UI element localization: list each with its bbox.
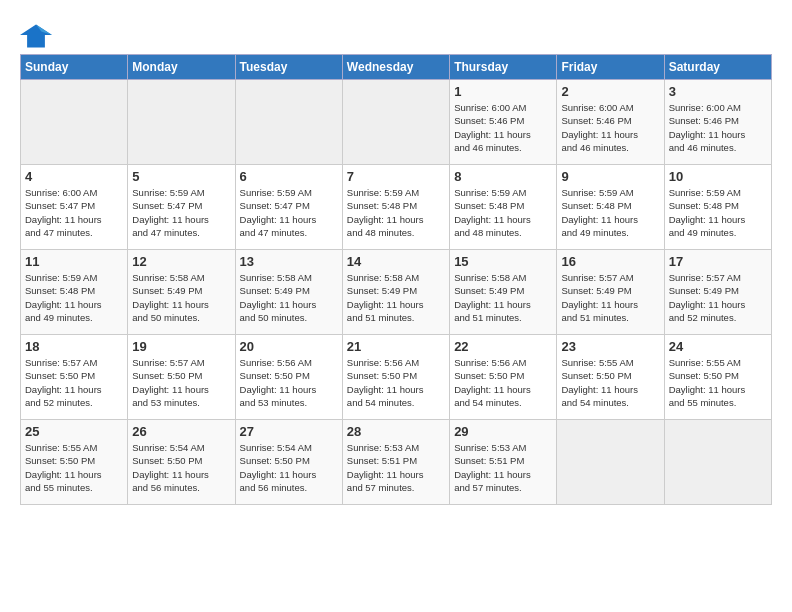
day-info: Sunrise: 5:58 AM Sunset: 5:49 PM Dayligh… xyxy=(347,271,445,324)
week-row-2: 11Sunrise: 5:59 AM Sunset: 5:48 PM Dayli… xyxy=(21,250,772,335)
calendar-table: SundayMondayTuesdayWednesdayThursdayFrid… xyxy=(20,54,772,505)
day-number: 12 xyxy=(132,254,230,269)
week-row-1: 4Sunrise: 6:00 AM Sunset: 5:47 PM Daylig… xyxy=(21,165,772,250)
day-cell: 13Sunrise: 5:58 AM Sunset: 5:49 PM Dayli… xyxy=(235,250,342,335)
day-number: 24 xyxy=(669,339,767,354)
day-cell: 3Sunrise: 6:00 AM Sunset: 5:46 PM Daylig… xyxy=(664,80,771,165)
day-number: 18 xyxy=(25,339,123,354)
day-cell: 18Sunrise: 5:57 AM Sunset: 5:50 PM Dayli… xyxy=(21,335,128,420)
day-cell: 23Sunrise: 5:55 AM Sunset: 5:50 PM Dayli… xyxy=(557,335,664,420)
day-number: 26 xyxy=(132,424,230,439)
day-info: Sunrise: 5:59 AM Sunset: 5:48 PM Dayligh… xyxy=(347,186,445,239)
header-cell-saturday: Saturday xyxy=(664,55,771,80)
day-number: 5 xyxy=(132,169,230,184)
day-cell: 16Sunrise: 5:57 AM Sunset: 5:49 PM Dayli… xyxy=(557,250,664,335)
day-info: Sunrise: 5:57 AM Sunset: 5:50 PM Dayligh… xyxy=(132,356,230,409)
day-number: 15 xyxy=(454,254,552,269)
day-number: 4 xyxy=(25,169,123,184)
day-info: Sunrise: 5:55 AM Sunset: 5:50 PM Dayligh… xyxy=(25,441,123,494)
day-number: 9 xyxy=(561,169,659,184)
day-number: 28 xyxy=(347,424,445,439)
day-number: 25 xyxy=(25,424,123,439)
day-cell xyxy=(21,80,128,165)
day-info: Sunrise: 5:59 AM Sunset: 5:47 PM Dayligh… xyxy=(132,186,230,239)
day-info: Sunrise: 6:00 AM Sunset: 5:46 PM Dayligh… xyxy=(454,101,552,154)
day-number: 22 xyxy=(454,339,552,354)
day-info: Sunrise: 5:59 AM Sunset: 5:47 PM Dayligh… xyxy=(240,186,338,239)
day-cell: 4Sunrise: 6:00 AM Sunset: 5:47 PM Daylig… xyxy=(21,165,128,250)
day-cell xyxy=(342,80,449,165)
day-cell: 15Sunrise: 5:58 AM Sunset: 5:49 PM Dayli… xyxy=(450,250,557,335)
day-number: 10 xyxy=(669,169,767,184)
day-cell: 5Sunrise: 5:59 AM Sunset: 5:47 PM Daylig… xyxy=(128,165,235,250)
day-info: Sunrise: 5:53 AM Sunset: 5:51 PM Dayligh… xyxy=(347,441,445,494)
day-info: Sunrise: 6:00 AM Sunset: 5:46 PM Dayligh… xyxy=(669,101,767,154)
day-number: 7 xyxy=(347,169,445,184)
day-info: Sunrise: 5:59 AM Sunset: 5:48 PM Dayligh… xyxy=(454,186,552,239)
day-info: Sunrise: 5:58 AM Sunset: 5:49 PM Dayligh… xyxy=(240,271,338,324)
day-info: Sunrise: 5:57 AM Sunset: 5:50 PM Dayligh… xyxy=(25,356,123,409)
day-info: Sunrise: 5:59 AM Sunset: 5:48 PM Dayligh… xyxy=(25,271,123,324)
header-cell-friday: Friday xyxy=(557,55,664,80)
day-cell: 9Sunrise: 5:59 AM Sunset: 5:48 PM Daylig… xyxy=(557,165,664,250)
day-cell: 12Sunrise: 5:58 AM Sunset: 5:49 PM Dayli… xyxy=(128,250,235,335)
day-info: Sunrise: 5:56 AM Sunset: 5:50 PM Dayligh… xyxy=(240,356,338,409)
day-info: Sunrise: 5:53 AM Sunset: 5:51 PM Dayligh… xyxy=(454,441,552,494)
day-number: 8 xyxy=(454,169,552,184)
calendar-header: SundayMondayTuesdayWednesdayThursdayFrid… xyxy=(21,55,772,80)
day-cell: 21Sunrise: 5:56 AM Sunset: 5:50 PM Dayli… xyxy=(342,335,449,420)
header-cell-sunday: Sunday xyxy=(21,55,128,80)
day-number: 16 xyxy=(561,254,659,269)
day-number: 1 xyxy=(454,84,552,99)
day-info: Sunrise: 5:57 AM Sunset: 5:49 PM Dayligh… xyxy=(669,271,767,324)
day-cell: 8Sunrise: 5:59 AM Sunset: 5:48 PM Daylig… xyxy=(450,165,557,250)
day-cell: 14Sunrise: 5:58 AM Sunset: 5:49 PM Dayli… xyxy=(342,250,449,335)
day-cell: 19Sunrise: 5:57 AM Sunset: 5:50 PM Dayli… xyxy=(128,335,235,420)
day-cell: 28Sunrise: 5:53 AM Sunset: 5:51 PM Dayli… xyxy=(342,420,449,505)
calendar-body: 1Sunrise: 6:00 AM Sunset: 5:46 PM Daylig… xyxy=(21,80,772,505)
day-cell: 10Sunrise: 5:59 AM Sunset: 5:48 PM Dayli… xyxy=(664,165,771,250)
day-info: Sunrise: 5:58 AM Sunset: 5:49 PM Dayligh… xyxy=(454,271,552,324)
day-info: Sunrise: 5:57 AM Sunset: 5:49 PM Dayligh… xyxy=(561,271,659,324)
day-info: Sunrise: 5:54 AM Sunset: 5:50 PM Dayligh… xyxy=(240,441,338,494)
week-row-0: 1Sunrise: 6:00 AM Sunset: 5:46 PM Daylig… xyxy=(21,80,772,165)
day-cell: 7Sunrise: 5:59 AM Sunset: 5:48 PM Daylig… xyxy=(342,165,449,250)
header-cell-thursday: Thursday xyxy=(450,55,557,80)
day-cell: 29Sunrise: 5:53 AM Sunset: 5:51 PM Dayli… xyxy=(450,420,557,505)
header-cell-monday: Monday xyxy=(128,55,235,80)
day-info: Sunrise: 5:59 AM Sunset: 5:48 PM Dayligh… xyxy=(669,186,767,239)
week-row-4: 25Sunrise: 5:55 AM Sunset: 5:50 PM Dayli… xyxy=(21,420,772,505)
day-cell: 11Sunrise: 5:59 AM Sunset: 5:48 PM Dayli… xyxy=(21,250,128,335)
day-number: 23 xyxy=(561,339,659,354)
day-info: Sunrise: 5:55 AM Sunset: 5:50 PM Dayligh… xyxy=(669,356,767,409)
day-number: 3 xyxy=(669,84,767,99)
day-cell: 2Sunrise: 6:00 AM Sunset: 5:46 PM Daylig… xyxy=(557,80,664,165)
day-cell xyxy=(235,80,342,165)
day-cell: 20Sunrise: 5:56 AM Sunset: 5:50 PM Dayli… xyxy=(235,335,342,420)
page-header xyxy=(20,16,772,50)
day-info: Sunrise: 6:00 AM Sunset: 5:46 PM Dayligh… xyxy=(561,101,659,154)
day-cell: 22Sunrise: 5:56 AM Sunset: 5:50 PM Dayli… xyxy=(450,335,557,420)
day-cell: 27Sunrise: 5:54 AM Sunset: 5:50 PM Dayli… xyxy=(235,420,342,505)
day-number: 29 xyxy=(454,424,552,439)
day-info: Sunrise: 5:56 AM Sunset: 5:50 PM Dayligh… xyxy=(347,356,445,409)
logo-icon xyxy=(20,22,52,50)
day-number: 14 xyxy=(347,254,445,269)
day-number: 13 xyxy=(240,254,338,269)
day-cell xyxy=(557,420,664,505)
day-number: 6 xyxy=(240,169,338,184)
day-cell: 24Sunrise: 5:55 AM Sunset: 5:50 PM Dayli… xyxy=(664,335,771,420)
day-cell xyxy=(128,80,235,165)
day-number: 27 xyxy=(240,424,338,439)
day-number: 11 xyxy=(25,254,123,269)
week-row-3: 18Sunrise: 5:57 AM Sunset: 5:50 PM Dayli… xyxy=(21,335,772,420)
day-number: 2 xyxy=(561,84,659,99)
logo xyxy=(20,22,56,50)
day-number: 21 xyxy=(347,339,445,354)
day-cell: 26Sunrise: 5:54 AM Sunset: 5:50 PM Dayli… xyxy=(128,420,235,505)
day-cell: 1Sunrise: 6:00 AM Sunset: 5:46 PM Daylig… xyxy=(450,80,557,165)
header-cell-wednesday: Wednesday xyxy=(342,55,449,80)
day-cell: 25Sunrise: 5:55 AM Sunset: 5:50 PM Dayli… xyxy=(21,420,128,505)
day-info: Sunrise: 5:55 AM Sunset: 5:50 PM Dayligh… xyxy=(561,356,659,409)
header-cell-tuesday: Tuesday xyxy=(235,55,342,80)
